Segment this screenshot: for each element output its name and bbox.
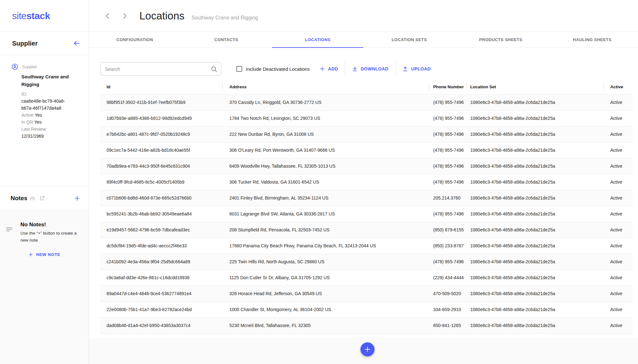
forward-chevron-right-icon[interactable] <box>121 12 129 20</box>
tab-hauling-sheets[interactable]: HAULING SHEETS <box>546 32 638 47</box>
tab-products-sheets[interactable]: PRODUCTS SHEETS <box>455 32 546 47</box>
table-row[interactable]: c241b092-4e3a-456a-9f04-25d5dc664a89 225… <box>100 254 633 270</box>
cell-id: dad08b46-d1a4-42ef-b950-43853a3037c4 <box>100 317 222 333</box>
cell-active: Active <box>603 270 633 286</box>
table-row[interactable]: 70adb9ea-e783-44c3-950f-6e45c831c904 640… <box>100 158 633 174</box>
cell-address: 306 O'Leary Rd, Port Wentworth, GA 31407… <box>222 142 429 158</box>
new-note-button[interactable]: NEW NOTE <box>0 252 89 257</box>
supplier-inqr-value: Yes <box>34 120 41 125</box>
logo-text-bold: stack <box>26 11 50 21</box>
table-row[interactable]: e19d9457-5662-4796-bc58-7dbcafead3ec 208… <box>100 222 633 238</box>
cell-location-set: 1080e6c3-47b8-4858-a98a-2c6da21de25a <box>466 158 603 174</box>
plus-icon <box>364 346 371 353</box>
cell-address: 1125 Don Cutler Sr Dr, Albany, GA 31705-… <box>222 270 429 286</box>
table-row[interactable]: bc595241-3b2b-46ab-bb92-30549eae6a84 603… <box>100 206 633 222</box>
cell-address: 306 Tucker Rd, Valdosta, GA 31601-6542 U… <box>222 174 429 190</box>
include-deactivated-checkbox-group[interactable]: Include Deactivated Locations <box>236 66 310 72</box>
app-logo[interactable]: sitestack <box>0 0 89 32</box>
cell-phone: (478) 955-7496 <box>429 206 466 222</box>
locations-table: Id Address Phone Number Location Set Act… <box>100 80 633 334</box>
notes-header: Notes (0) <box>0 186 89 209</box>
tab-configuration[interactable]: CONFIGURATION <box>89 32 181 47</box>
column-header-location-set[interactable]: Location Set <box>466 80 603 94</box>
supplier-active-label: Active: <box>21 113 35 118</box>
cell-id: e7b642bc-a801-487c-9fd7-0520b19248c9 <box>100 126 222 142</box>
cell-phone: (478) 955-7496 <box>429 142 466 158</box>
notes-empty-state: No Notes! Use the “+” button to create a… <box>0 209 89 364</box>
cell-address: 1784 Two Notch Rd, Lexington, SC 29073 U… <box>222 110 429 126</box>
tab-contacts[interactable]: CONTACTS <box>181 32 272 47</box>
column-header-id[interactable]: Id <box>100 80 222 94</box>
table-row[interactable]: 22e0080b-75b1-41a7-9be3-82782ace24bd 100… <box>100 302 633 317</box>
cell-address: 6409 Woodville Hwy, Tallahassee, FL 3230… <box>222 158 429 174</box>
add-location-fab[interactable] <box>360 342 375 356</box>
cell-phone: (478) 955-7496 <box>429 110 466 126</box>
table-row[interactable]: 1d07b93e-a885-4388-b912-98d92edcd949 178… <box>100 110 633 126</box>
cell-active: Active <box>603 94 633 110</box>
cell-active: Active <box>603 174 633 190</box>
main-content: Locations Southway Crane and Rigging CON… <box>89 0 638 364</box>
plus-icon <box>28 252 33 257</box>
cell-active: Active <box>603 302 633 317</box>
table-row[interactable]: dc5dcf84-19d5-4fde-ad4c-aeccc2f46e33 178… <box>100 238 633 254</box>
page-header: Locations Southway Crane and Rigging <box>89 0 638 32</box>
plus-icon <box>319 66 325 72</box>
search-input[interactable] <box>100 62 221 75</box>
page-subtitle: Southway Crane and Rigging <box>191 15 258 21</box>
notes-lines-icon <box>5 225 13 233</box>
cell-location-set: 1080e6c3-47b8-4858-a98a-2c6da21de25a <box>466 126 603 142</box>
cell-id: 69a0447d-c4e4-4646-9ce4-5362774891e4 <box>100 286 222 302</box>
table-row[interactable]: c9c3a6af-dd3e-426e-861c-c16dcdd18938 112… <box>100 270 633 286</box>
cell-address: 225 Twin Hills Rd, North Augusta, SC 298… <box>222 254 429 270</box>
cell-phone: (478) 955-7496 <box>429 254 466 270</box>
open-notes-external-icon[interactable] <box>39 195 45 201</box>
no-notes-title: No Notes! <box>20 222 83 228</box>
supplier-panel-header: Supplier <box>0 32 89 55</box>
tab-location-sets[interactable]: LOCATION SETS <box>363 32 455 47</box>
column-header-active[interactable]: Active <box>603 80 633 94</box>
table-row[interactable]: e7b642bc-a801-487c-9fd7-0520b19248c9 222… <box>100 126 633 142</box>
cell-phone: (478) 955-7496 <box>429 126 466 142</box>
include-deactivated-checkbox[interactable] <box>236 66 242 72</box>
cell-active: Active <box>603 206 633 222</box>
cell-location-set: 1080e6c3-47b8-4858-a98a-2c6da21de25a <box>466 94 603 110</box>
cell-active: Active <box>603 317 633 333</box>
page-title: Locations <box>139 10 184 22</box>
tab-locations[interactable]: LOCATIONS <box>272 32 364 47</box>
cell-id: 1d07b93e-a885-4388-b912-98d92edcd949 <box>100 110 222 126</box>
table-row[interactable]: 69a0447d-c4e4-4646-9ce4-5362774891e4 326… <box>100 286 633 302</box>
cell-address: 5230 Mcneil Blvd, Tallahassee, FL 32305 <box>222 317 429 333</box>
cell-active: Active <box>603 254 633 270</box>
download-button[interactable]: DOWNLOAD <box>350 66 390 72</box>
table-row[interactable]: c071b606-bd8d-460d-873e-685c52d766b0 240… <box>100 190 633 206</box>
cell-active: Active <box>603 238 633 254</box>
add-button[interactable]: ADD <box>317 66 340 72</box>
back-chevron-left-icon[interactable] <box>104 12 111 20</box>
column-header-address[interactable]: Address <box>222 80 429 94</box>
supplier-type-label: Supplier <box>22 64 37 69</box>
column-header-phone[interactable]: Phone Number <box>429 80 466 94</box>
toolbar-divider <box>345 62 345 76</box>
cell-address: 222 New Dunbar Rd, Byron, GA 31008 US <box>222 126 429 142</box>
cell-location-set: 1080e6c3-47b8-4858-a98a-2c6da21de25a <box>466 238 603 254</box>
upload-button[interactable]: UPLOAD <box>400 66 433 72</box>
cell-id: bc595241-3b2b-46ab-bb92-30549eae6a84 <box>100 206 222 222</box>
table-row[interactable]: 09c1ec7a-5442-416e-a82b-bd18c40ae55f 306… <box>100 142 633 158</box>
cell-id: c241b092-4e3a-456a-9f04-25d5dc664a89 <box>100 254 222 270</box>
cell-location-set: 1080e6c3-47b8-4858-a98a-2c6da21de25a <box>466 317 603 333</box>
cell-location-set: 1080e6c3-47b8-4858-a98a-2c6da21de25a <box>466 110 603 126</box>
table-row[interactable]: 89f4c0ff-9fcd-4685-8c5c-4005cf1405b9 306… <box>100 174 633 190</box>
add-note-plus-icon[interactable] <box>74 195 80 201</box>
notes-title: Notes <box>11 195 27 202</box>
cell-phone: 850-841-1265 <box>429 317 466 333</box>
table-header-row: Id Address Phone Number Location Set Act… <box>100 80 633 94</box>
toolbar: Include Deactivated Locations ADD DOWNLO… <box>100 62 638 76</box>
collapse-panel-arrow-left-icon[interactable] <box>73 40 80 47</box>
table-row[interactable]: 98bf951f-3502-411b-91ef-7eefb075f3b9 370… <box>100 94 633 110</box>
table-row[interactable]: dad08b46-d1a4-42ef-b950-43853a3037c4 523… <box>100 317 633 333</box>
cell-id: c071b606-bd8d-460d-873e-685c52d766b0 <box>100 190 222 206</box>
cell-location-set: 1080e6c3-47b8-4858-a98a-2c6da21de25a <box>466 206 603 222</box>
no-notes-message: Use the “+” button to create a new note <box>20 230 83 244</box>
cell-id: 09c1ec7a-5442-416e-a82b-bd18c40ae55f <box>100 142 222 158</box>
cell-active: Active <box>603 142 633 158</box>
